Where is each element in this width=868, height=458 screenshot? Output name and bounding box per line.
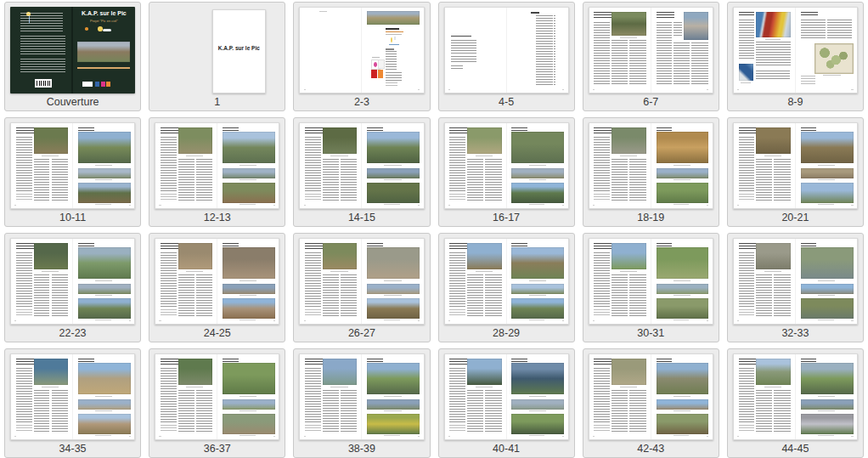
text-line (674, 410, 690, 411)
text-line (674, 204, 690, 205)
page-thumbnail-12-13[interactable]: 12-13 (149, 117, 285, 227)
page-thumbnail-32-33[interactable]: 32-33 (727, 233, 864, 342)
text-line (372, 57, 380, 58)
page-thumbnail-20-21[interactable]: 20-21 (727, 117, 864, 227)
text-line (77, 67, 130, 69)
page-thumbnail-4-5[interactable]: 4-5 (438, 2, 575, 111)
page-label: 26-27 (298, 326, 425, 342)
page-left (589, 123, 651, 208)
page-right (361, 239, 423, 324)
text-lines (739, 368, 755, 422)
spread-preview (298, 122, 425, 211)
photo-thumb (801, 183, 854, 203)
page-thumbnail-36-37[interactable]: 36-37 (149, 348, 285, 458)
photo-thumb (467, 127, 501, 154)
page-thumbnail-1[interactable]: K.A.P. sur le Pic 1 (149, 2, 285, 111)
page-thumbnail-34-35[interactable]: 34-35 (4, 348, 141, 458)
text-lines (305, 252, 321, 307)
text-lines (305, 137, 321, 191)
page-thumbnail-40-41[interactable]: 40-41 (438, 348, 575, 458)
text-line (818, 319, 834, 320)
page-thumbnail-18-19[interactable]: 18-19 (583, 117, 719, 227)
text-lines (52, 274, 68, 317)
photo-thumb (78, 363, 131, 394)
text-line (42, 155, 59, 156)
page-sheet (589, 238, 713, 325)
text-line (851, 320, 853, 321)
text-lines (801, 127, 817, 131)
page-thumbnail-2-3[interactable]: 2-3 (293, 2, 430, 111)
text-line (818, 165, 835, 166)
text-lines (739, 252, 755, 307)
text-lines (827, 20, 852, 40)
text-line (448, 320, 450, 321)
page-label: 12-13 (154, 211, 280, 226)
text-line (737, 205, 739, 206)
page-thumbnail-28-29[interactable]: 28-29 (438, 233, 575, 342)
text-line (319, 11, 327, 12)
text-line (818, 435, 834, 436)
text-line (476, 155, 493, 156)
logo-tile-blue (95, 82, 99, 87)
page-label: 34-35 (9, 442, 136, 457)
page-thumbnail-6-7[interactable]: 6-7 (583, 2, 719, 111)
text-lines (161, 368, 177, 422)
page-thumbnail-10-11[interactable]: 10-11 (4, 117, 141, 227)
page-thumbnail-22-23[interactable]: 22-23 (4, 233, 141, 342)
page-thumbnail-44-45[interactable]: 44-45 (727, 348, 864, 458)
photo-thumb (78, 247, 131, 279)
text-lines (674, 42, 690, 86)
text-lines (629, 40, 645, 86)
page-thumbnail-24-25[interactable]: 24-25 (149, 233, 285, 342)
text-lines (178, 274, 194, 317)
text-line (129, 436, 131, 437)
page-left (300, 239, 361, 324)
text-lines (657, 359, 673, 362)
text-lines (16, 137, 32, 191)
page-thumbnail-14-15[interactable]: 14-15 (293, 117, 430, 227)
page-thumbnail-couverture[interactable]: K.A.P. sur le PicProjet "Pic en ciel" Co… (4, 2, 141, 111)
photo-thumb (756, 243, 790, 269)
page-thumbnail-16-17[interactable]: 16-17 (438, 117, 575, 227)
photo-thumb (657, 414, 709, 434)
page-thumbnail-8-9[interactable]: 8-9 (727, 2, 864, 111)
logo-tile-orange (106, 82, 110, 87)
page-label: 22-23 (9, 326, 136, 342)
spread-preview (588, 122, 714, 211)
text-lines (16, 127, 36, 134)
page-right (361, 354, 423, 439)
text-line (529, 165, 546, 166)
map-thumb (814, 43, 854, 74)
text-line (707, 205, 708, 206)
photo-thumb (511, 414, 564, 434)
photo-thumb (657, 247, 709, 279)
photo-thumb (367, 132, 420, 163)
photo-thumb (367, 11, 420, 25)
photo-thumb (367, 284, 420, 294)
text-lines (161, 425, 177, 433)
page-left (589, 354, 651, 439)
spread-preview (443, 353, 570, 442)
page-thumbnail-26-27[interactable]: 26-27 (293, 233, 430, 342)
photo-thumb (367, 247, 420, 279)
text-lines (449, 309, 465, 317)
text-lines (612, 159, 628, 201)
text-line (386, 31, 404, 33)
page-thumbnail-38-39[interactable]: 38-39 (293, 348, 430, 458)
page-thumbnail-42-43[interactable]: 42-43 (583, 348, 719, 458)
text-lines (451, 56, 476, 63)
photo-thumb (511, 132, 564, 163)
text-lines (485, 159, 501, 201)
text-line (240, 435, 256, 436)
text-lines (305, 127, 324, 134)
page-thumbnail-30-31[interactable]: 30-31 (583, 233, 719, 342)
text-line (42, 271, 59, 272)
kite-photo-2 (739, 64, 753, 81)
text-lines (16, 359, 36, 365)
text-line (95, 319, 111, 320)
page-right (795, 123, 857, 208)
text-line (529, 319, 545, 320)
text-lines (756, 390, 772, 433)
text-lines (511, 243, 527, 246)
text-lines (756, 159, 772, 201)
